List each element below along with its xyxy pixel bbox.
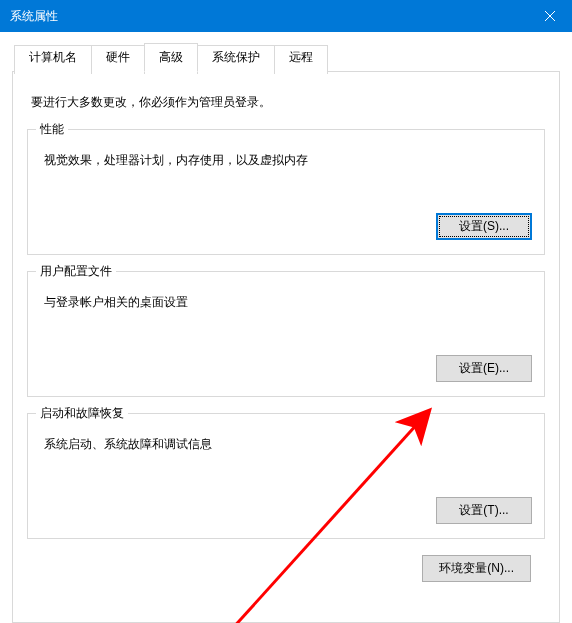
intro-text: 要进行大多数更改，你必须作为管理员登录。 (31, 94, 541, 111)
tab-panel-advanced: 要进行大多数更改，你必须作为管理员登录。 性能 视觉效果，处理器计划，内存使用，… (12, 71, 560, 623)
tab-remote[interactable]: 远程 (274, 45, 328, 74)
group-user-profiles-desc: 与登录帐户相关的桌面设置 (44, 294, 528, 311)
tab-system-protection[interactable]: 系统保护 (197, 45, 275, 74)
group-startup-recovery-title: 启动和故障恢复 (36, 405, 128, 422)
group-performance-desc: 视觉效果，处理器计划，内存使用，以及虚拟内存 (44, 152, 528, 169)
group-startup-recovery-desc: 系统启动、系统故障和调试信息 (44, 436, 528, 453)
tab-computer-name[interactable]: 计算机名 (14, 45, 92, 74)
close-button[interactable] (527, 0, 572, 32)
tab-advanced[interactable]: 高级 (144, 43, 198, 72)
group-startup-recovery: 启动和故障恢复 系统启动、系统故障和调试信息 设置(T)... (27, 413, 545, 539)
titlebar: 系统属性 (0, 0, 572, 32)
tab-hardware[interactable]: 硬件 (91, 45, 145, 74)
tabstrip: 计算机名 硬件 高级 系统保护 远程 (14, 43, 560, 72)
group-performance-title: 性能 (36, 121, 68, 138)
performance-settings-button[interactable]: 设置(S)... (436, 213, 532, 240)
group-user-profiles: 用户配置文件 与登录帐户相关的桌面设置 设置(E)... (27, 271, 545, 397)
dialog-body: 计算机名 硬件 高级 系统保护 远程 要进行大多数更改，你必须作为管理员登录。 … (0, 32, 572, 623)
group-performance: 性能 视觉效果，处理器计划，内存使用，以及虚拟内存 设置(S)... (27, 129, 545, 255)
startup-recovery-settings-button[interactable]: 设置(T)... (436, 497, 532, 524)
group-user-profiles-title: 用户配置文件 (36, 263, 116, 280)
user-profiles-settings-button[interactable]: 设置(E)... (436, 355, 532, 382)
environment-variables-button[interactable]: 环境变量(N)... (422, 555, 531, 582)
close-icon (545, 11, 555, 21)
window-title: 系统属性 (10, 8, 58, 25)
